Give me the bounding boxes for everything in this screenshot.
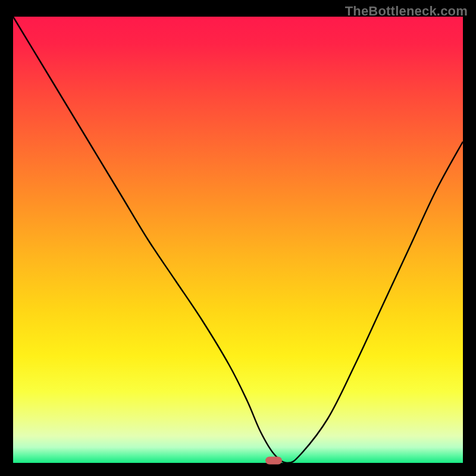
min-marker xyxy=(265,457,282,465)
gradient-fill xyxy=(13,17,463,463)
watermark-text: TheBottleneck.com xyxy=(345,4,468,19)
chart-container xyxy=(13,17,463,463)
chart-svg xyxy=(13,17,463,463)
